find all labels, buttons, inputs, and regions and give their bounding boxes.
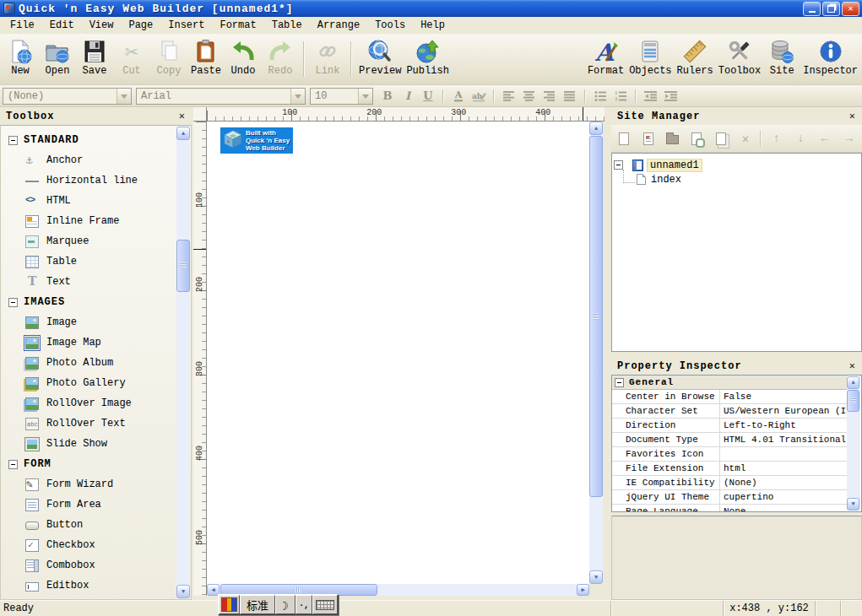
property-row[interactable]: DirectionLeft-to-Right	[612, 419, 848, 433]
toolbox-item-table[interactable]: Table	[1, 251, 191, 272]
toolbox-scrollbar[interactable]	[176, 127, 190, 598]
site-panel-button[interactable]: Site	[763, 36, 800, 82]
toolbox-item-photo-gallery[interactable]: Photo Gallery	[1, 373, 191, 393]
chevron-down-icon[interactable]	[117, 89, 131, 104]
decrease-indent-icon[interactable]	[641, 87, 661, 105]
toolbox-panel-button[interactable]: Toolbox	[716, 36, 763, 82]
toolbox-item-editbox[interactable]: Editbox	[1, 575, 191, 596]
toolbox-item-checkbox[interactable]: Checkbox	[1, 535, 191, 555]
italic-button[interactable]: I	[398, 87, 418, 105]
style-combobox[interactable]: (None)	[3, 88, 132, 105]
cut-button[interactable]: ✂ Cut	[113, 36, 150, 82]
undo-button[interactable]: Undo	[225, 36, 262, 82]
toolbox-item-horizontal-line[interactable]: Horizontal line	[1, 170, 191, 191]
property-row[interactable]: Favorites Icon	[612, 447, 848, 462]
menu-page[interactable]: Page	[121, 18, 160, 33]
toolbox-item-button[interactable]: Button	[1, 515, 191, 535]
new-button[interactable]: New	[2, 36, 39, 82]
minimize-button[interactable]	[803, 2, 821, 16]
scroll-down-icon[interactable]	[847, 498, 859, 511]
toolbox-section-form[interactable]: FORM	[1, 454, 191, 474]
property-row[interactable]: Character SetUS/Western European (ISO-88	[612, 404, 848, 419]
menu-table[interactable]: Table	[264, 18, 310, 33]
publish-button[interactable]: Publish	[404, 36, 451, 82]
menu-view[interactable]: View	[82, 18, 122, 33]
collapse-icon[interactable]	[8, 136, 18, 145]
menu-tools[interactable]: Tools	[367, 18, 413, 33]
property-row[interactable]: Page LanguageNone	[612, 505, 848, 512]
scrollbar-thumb[interactable]	[176, 240, 190, 292]
close-button[interactable]	[842, 2, 859, 16]
inspector-panel-button[interactable]: Inspector	[800, 36, 860, 82]
collapse-icon[interactable]	[8, 298, 18, 307]
property-row[interactable]: File Extensionhtml	[612, 462, 848, 476]
toolbox-section-images[interactable]: IMAGES	[1, 292, 191, 312]
font-size-combobox[interactable]: 10	[310, 88, 373, 105]
collapse-icon[interactable]	[615, 378, 624, 387]
toolbox-item-image[interactable]: Image	[1, 312, 191, 332]
align-center-icon[interactable]	[519, 87, 539, 105]
toolbox-item-image-map[interactable]: Image Map	[1, 332, 191, 353]
ime-mode-button[interactable]: 标准	[240, 595, 275, 614]
property-row[interactable]: IE Compatibility(None)	[612, 476, 848, 490]
link-button[interactable]: Link	[309, 36, 346, 82]
toolbox-item-file-upload[interactable]: File Upload	[1, 596, 191, 600]
highlight-button[interactable]: ab	[469, 87, 489, 105]
toolbox-section-standard[interactable]: STANDARD	[1, 130, 191, 150]
new-folder-button[interactable]	[663, 128, 682, 149]
toolbox-item-anchor[interactable]: Anchor	[1, 150, 191, 170]
preview-button[interactable]: Preview	[356, 36, 404, 82]
close-icon[interactable]	[849, 110, 856, 122]
toolbox-item-form-wizard[interactable]: Form Wizard	[1, 474, 191, 494]
toolbox-item-rollover-image[interactable]: RollOver Image	[1, 393, 191, 413]
ime-softkeyboard-button[interactable]	[312, 595, 338, 614]
toolbox-item-text[interactable]: Text	[1, 272, 191, 292]
page-label[interactable]: index	[651, 174, 681, 186]
toolbox-item-inline-frame[interactable]: Inline Frame	[1, 211, 191, 231]
scroll-up-icon[interactable]	[847, 376, 859, 389]
clone-page-button[interactable]	[712, 128, 731, 149]
chevron-down-icon[interactable]	[358, 89, 372, 104]
chevron-down-icon[interactable]	[290, 89, 305, 104]
rulers-panel-button[interactable]: Rulers	[675, 36, 716, 82]
new-template-page-button[interactable]	[639, 128, 659, 149]
toolbox-item-combobox[interactable]: Combobox	[1, 555, 191, 575]
font-color-button[interactable]: A	[448, 87, 469, 105]
bold-button[interactable]: B	[377, 87, 398, 105]
align-justify-icon[interactable]	[560, 87, 580, 105]
scrollbar-thumb[interactable]	[589, 136, 603, 497]
menu-help[interactable]: Help	[413, 18, 453, 33]
builder-badge[interactable]: Built with Quick 'n Easy Web Builder	[220, 127, 293, 154]
property-grid-scrollbar[interactable]	[847, 376, 860, 511]
align-left-icon[interactable]	[499, 87, 519, 105]
page-link-button[interactable]	[687, 128, 707, 149]
toolbox-item-form-area[interactable]: Form Area	[1, 494, 191, 515]
scroll-down-icon[interactable]	[589, 570, 603, 584]
underline-button[interactable]: U	[418, 87, 438, 105]
scroll-right-icon[interactable]	[577, 584, 589, 596]
toolbox-item-html[interactable]: HTML	[1, 191, 191, 211]
toolbox-item-photo-album[interactable]: Photo Album	[1, 353, 191, 373]
ime-input-method-button[interactable]	[219, 595, 240, 614]
font-combobox[interactable]: Arial	[136, 88, 306, 105]
close-icon[interactable]	[179, 110, 186, 122]
canvas-vertical-scrollbar[interactable]	[589, 122, 603, 584]
page-canvas[interactable]: Built with Quick 'n Easy Web Builder	[207, 122, 589, 584]
property-section-general[interactable]: General	[612, 376, 848, 390]
objects-panel-button[interactable]: Objects	[626, 36, 674, 82]
move-left-button[interactable]	[816, 128, 835, 149]
menu-format[interactable]: Format	[212, 18, 263, 33]
new-page-button[interactable]	[615, 128, 634, 149]
bullet-list-icon[interactable]	[590, 87, 610, 105]
scroll-down-icon[interactable]	[176, 585, 190, 598]
redo-button[interactable]: Redo	[262, 36, 299, 82]
scroll-up-icon[interactable]	[589, 122, 603, 135]
paste-button[interactable]: Paste	[187, 36, 225, 82]
tree-root-row[interactable]: unnamed1	[614, 158, 859, 172]
close-icon[interactable]	[849, 359, 856, 372]
delete-page-button[interactable]	[736, 128, 756, 149]
menu-arrange[interactable]: Arrange	[310, 18, 367, 33]
move-right-button[interactable]	[839, 128, 859, 149]
site-root-label[interactable]: unnamed1	[647, 159, 702, 172]
ime-fullwidth-button[interactable]	[275, 595, 295, 614]
